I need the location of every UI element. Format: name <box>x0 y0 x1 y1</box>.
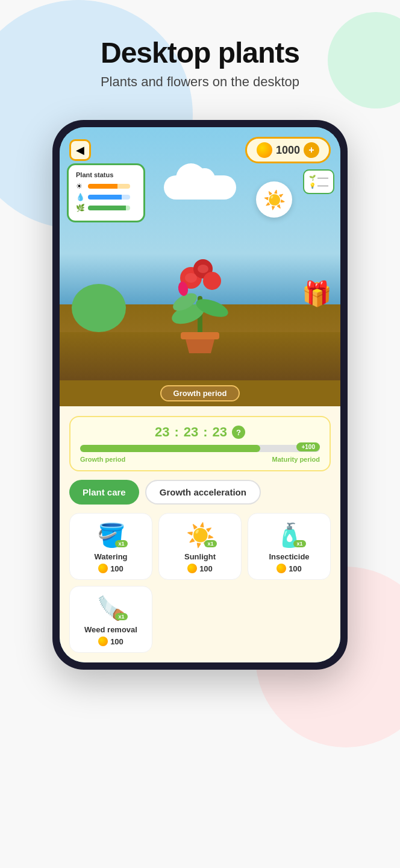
timer-hours: 23 <box>155 424 169 440</box>
care-items-row2: 🪚 x1 Weed removal 100 <box>69 586 331 653</box>
timer-section: 23 : 23 : 23 ? +100 <box>69 416 331 471</box>
insecticide-badge: x1 <box>293 540 305 547</box>
phone-container: ◀ 1000 + Plant status ☀ 💧 <box>0 120 400 694</box>
sunlight-coin-icon <box>187 564 197 573</box>
coin-counter: 1000 + <box>245 137 331 163</box>
watering-coin-icon <box>98 564 108 573</box>
water-status-bar <box>88 195 130 200</box>
status-row-plant: 🌿 <box>76 204 136 212</box>
timer-colon-1: : <box>174 424 178 440</box>
care-item-weed-removal[interactable]: 🪚 x1 Weed removal 100 <box>69 586 152 653</box>
weed-removal-icon: 🪚 x1 <box>97 595 125 621</box>
app-subtitle: Plants and flowers on the desktop <box>0 74 400 90</box>
game-scene: ◀ 1000 + Plant status ☀ 💧 <box>60 127 340 380</box>
tab-plant-care[interactable]: Plant care <box>69 480 139 505</box>
care-item-insecticide[interactable]: 🧴 x1 Insecticide 100 <box>248 513 331 580</box>
timer-minutes: 23 <box>184 424 198 440</box>
sun-status-icon: ☀ <box>76 182 84 190</box>
weed-removal-coin-icon <box>98 637 108 646</box>
sunlight-badge: x1 <box>204 540 216 547</box>
care-item-watering[interactable]: 🪣 x1 Watering 100 <box>69 513 152 580</box>
insecticide-price: 100 <box>277 564 302 573</box>
gift-icon[interactable]: 🎁 <box>302 280 332 308</box>
sunlight-price-value: 100 <box>199 564 213 573</box>
care-item-sunlight[interactable]: ☀️ x1 Sunlight 100 <box>158 513 242 580</box>
insecticide-name: Insecticide <box>269 552 309 561</box>
svg-point-6 <box>203 272 221 290</box>
sunlight-price: 100 <box>187 564 213 573</box>
plant-svg <box>158 248 242 356</box>
insecticide-coin-icon <box>277 564 286 573</box>
progress-badge: +100 <box>296 442 320 451</box>
svg-rect-10 <box>181 332 219 339</box>
plant-area <box>158 248 242 356</box>
weed-removal-price-value: 100 <box>110 637 123 646</box>
care-items-grid: 🪣 x1 Watering 100 ☀️ x1 <box>69 513 331 580</box>
growth-period-label: Growth period <box>160 385 240 401</box>
tab-row: Plant care Growth acceleration <box>69 480 331 505</box>
timer-colon-2: : <box>203 424 207 440</box>
plant-status-icon: 🌿 <box>76 204 84 212</box>
sun-status-bar <box>88 184 130 189</box>
cloud-decoration <box>164 175 236 200</box>
plant-status-bar <box>88 206 130 210</box>
insecticide-icon: 🧴 x1 <box>275 522 304 549</box>
progress-bar-row: +100 <box>80 445 320 452</box>
info-line2: 💡 —— <box>309 182 328 190</box>
growth-bar-section: Growth period <box>60 380 340 406</box>
watering-icon: 🪣 x1 <box>97 522 125 549</box>
bottom-panel: 23 : 23 : 23 ? +100 <box>60 406 340 662</box>
progress-fill <box>80 445 260 452</box>
back-icon: ◀ <box>76 143 84 157</box>
water-status-icon: 💧 <box>76 193 84 201</box>
sunlight-name: Sunlight <box>184 552 216 561</box>
app-header: Desktop plants Plants and flowers on the… <box>0 0 400 102</box>
tab-growth-acceleration[interactable]: Growth acceleration <box>145 480 261 505</box>
timer-row: 23 : 23 : 23 ? <box>80 424 320 440</box>
sun-tooltip: ☀️ <box>256 181 292 218</box>
insecticide-price-value: 100 <box>289 564 302 573</box>
timer-help-button[interactable]: ? <box>232 426 245 439</box>
phone-screen: ◀ 1000 + Plant status ☀ 💧 <box>60 127 340 662</box>
svg-point-7 <box>185 273 197 283</box>
growth-labels: Growth period Maturity period <box>80 456 320 463</box>
coin-amount: 1000 <box>276 144 300 157</box>
info-card: 🌱 —— 💡 —— <box>303 169 334 194</box>
growth-label-left: Growth period <box>80 456 125 463</box>
add-coin-button[interactable]: + <box>304 142 319 158</box>
info-line1: 🌱 —— <box>309 174 328 182</box>
weed-removal-name: Weed removal <box>84 625 137 634</box>
coin-icon <box>257 142 272 158</box>
help-icon: ? <box>236 428 241 437</box>
timer-seconds: 23 <box>213 424 227 440</box>
progress-background <box>80 445 320 452</box>
app-title: Desktop plants <box>0 36 400 69</box>
back-button[interactable]: ◀ <box>69 139 91 161</box>
watering-name: Watering <box>94 552 127 561</box>
weed-removal-badge: x1 <box>115 613 127 620</box>
watering-price: 100 <box>98 564 123 573</box>
plant-status-title: Plant status <box>76 171 136 178</box>
weed-removal-price: 100 <box>98 637 123 646</box>
bush-left <box>72 284 126 332</box>
growth-label-right: Maturity period <box>272 456 320 463</box>
watering-badge: x1 <box>115 540 127 547</box>
sun-tooltip-icon: ☀️ <box>263 189 286 210</box>
status-row-sun: ☀ <box>76 182 136 190</box>
svg-point-8 <box>198 265 208 273</box>
watering-price-value: 100 <box>110 564 123 573</box>
sunlight-icon: ☀️ x1 <box>186 522 214 549</box>
plant-status-card: Plant status ☀ 💧 🌿 <box>67 163 145 222</box>
phone-frame: ◀ 1000 + Plant status ☀ 💧 <box>52 120 348 670</box>
status-row-water: 💧 <box>76 193 136 201</box>
